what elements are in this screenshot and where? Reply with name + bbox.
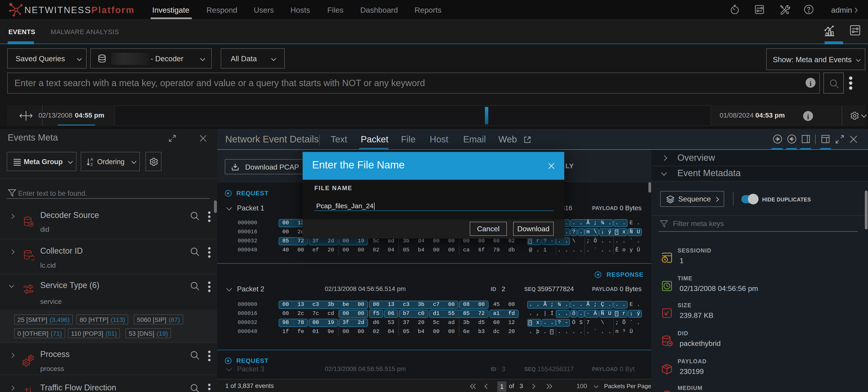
svg-text:Z: Z bbox=[90, 162, 93, 167]
svg-text:A: A bbox=[90, 157, 93, 162]
